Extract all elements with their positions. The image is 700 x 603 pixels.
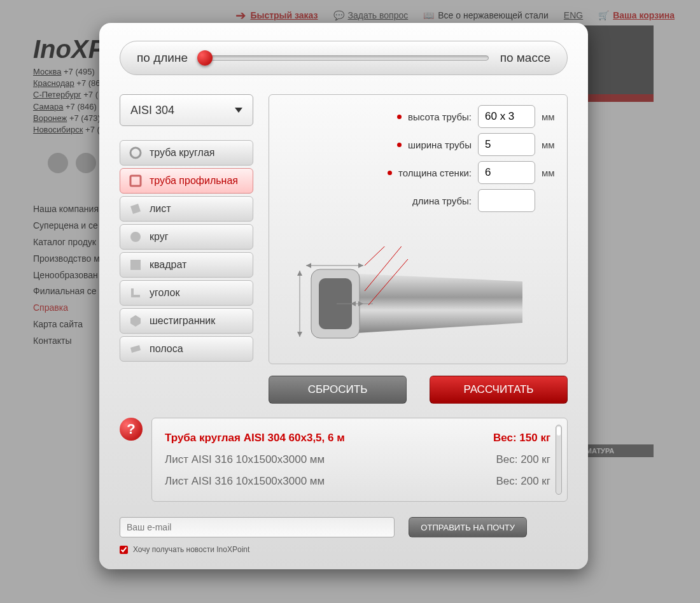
product-button[interactable]: уголок: [120, 280, 253, 306]
param-label-width: ширина трубы: [408, 139, 472, 150]
unit-label: мм: [542, 139, 557, 150]
svg-point-2: [130, 232, 141, 242]
result-weight: Вес: 200 кг: [496, 449, 550, 471]
param-label-height: высота трубы:: [408, 111, 472, 122]
material-select[interactable]: AISI 304: [120, 94, 253, 126]
result-name: Лист AISI 316 10х1500х3000 мм: [165, 449, 325, 471]
strip-icon: [129, 343, 142, 355]
help-icon[interactable]: ?: [120, 418, 143, 441]
mode-toggle[interactable]: по длине по массе: [120, 41, 568, 75]
wall-input[interactable]: [478, 161, 535, 184]
product-button[interactable]: круг: [120, 224, 253, 250]
product-label: полоса: [150, 343, 183, 355]
product-button[interactable]: лист: [120, 196, 253, 222]
ring-icon: [129, 146, 142, 159]
bullet-icon: [388, 171, 392, 175]
width-input[interactable]: [478, 133, 535, 156]
unit-label: мм: [542, 167, 557, 178]
svg-rect-3: [130, 260, 141, 270]
product-button[interactable]: труба профильная: [120, 168, 253, 194]
height-input[interactable]: [478, 105, 535, 128]
svg-marker-9: [358, 263, 363, 268]
product-label: уголок: [150, 287, 179, 299]
chevron-down-icon: [235, 108, 242, 113]
product-button[interactable]: квадрат: [120, 252, 253, 278]
email-input[interactable]: [120, 517, 395, 537]
calculator-modal: по длине по массе AISI 304 труба круглая…: [99, 23, 588, 569]
result-row: Лист AISI 316 10х1500х3000 ммВес: 200 кг: [165, 449, 550, 471]
svg-marker-4: [130, 315, 141, 327]
svg-marker-8: [306, 263, 311, 268]
newsletter-label: Хочу получать новости InoXPoint: [133, 545, 249, 554]
svg-rect-1: [130, 176, 141, 186]
result-weight: Вес: 150 кг: [493, 427, 550, 449]
angle-icon: [129, 287, 142, 299]
product-label: труба профильная: [150, 175, 238, 187]
diagram-panel: высота трубы: мм ширина трубы мм толщина…: [269, 94, 568, 364]
result-weight: Вес: 200 кг: [496, 471, 550, 492]
square-icon: [129, 259, 142, 271]
product-label: квадрат: [150, 259, 186, 271]
calculate-button[interactable]: РАССЧИТАТЬ: [430, 376, 568, 404]
toggle-track[interactable]: [199, 55, 489, 60]
send-email-button[interactable]: ОТПРАВИТЬ НА ПОЧТУ: [409, 517, 527, 537]
product-label: лист: [150, 203, 171, 215]
product-button[interactable]: полоса: [120, 336, 253, 362]
result-row: Лист AISI 316 10х1500х3000 ммВес: 200 кг: [165, 471, 550, 492]
results-list: Труба круглая AISI 304 60х3,5, 6 мВес: 1…: [151, 418, 568, 502]
square-outline-icon: [129, 174, 142, 187]
toggle-label-length: по длине: [137, 51, 188, 65]
param-label-length: длина трубы:: [412, 195, 472, 206]
result-name: Труба круглая AISI 304 60х3,5, 6 м: [165, 427, 345, 449]
reset-button[interactable]: СБРОСИТЬ: [269, 376, 407, 404]
newsletter-checkbox[interactable]: [120, 546, 128, 554]
unit-label: мм: [542, 111, 557, 122]
product-label: шестигранник: [150, 315, 215, 327]
toggle-label-mass: по массе: [500, 51, 550, 65]
product-button[interactable]: труба круглая: [120, 140, 253, 166]
bullet-icon: [397, 143, 402, 147]
pipe-diagram-image: [281, 246, 529, 348]
product-label: круг: [150, 231, 169, 243]
hex-icon: [129, 315, 142, 327]
svg-marker-12: [297, 332, 302, 337]
circle-icon: [129, 231, 142, 243]
sheet-icon: [129, 202, 142, 215]
scrollbar[interactable]: [556, 425, 562, 495]
svg-marker-11: [297, 271, 302, 276]
svg-point-0: [130, 148, 141, 158]
toggle-knob[interactable]: [197, 50, 213, 66]
product-label: труба круглая: [150, 147, 214, 159]
product-button[interactable]: шестигранник: [120, 308, 253, 334]
result-name: Лист AISI 316 10х1500х3000 мм: [165, 471, 325, 492]
length-input[interactable]: [478, 189, 535, 212]
material-selected-label: AISI 304: [130, 104, 174, 117]
result-row: Труба круглая AISI 304 60х3,5, 6 мВес: 1…: [165, 427, 550, 449]
bullet-icon: [397, 115, 402, 119]
param-label-wall: толщина стенки:: [398, 167, 472, 178]
